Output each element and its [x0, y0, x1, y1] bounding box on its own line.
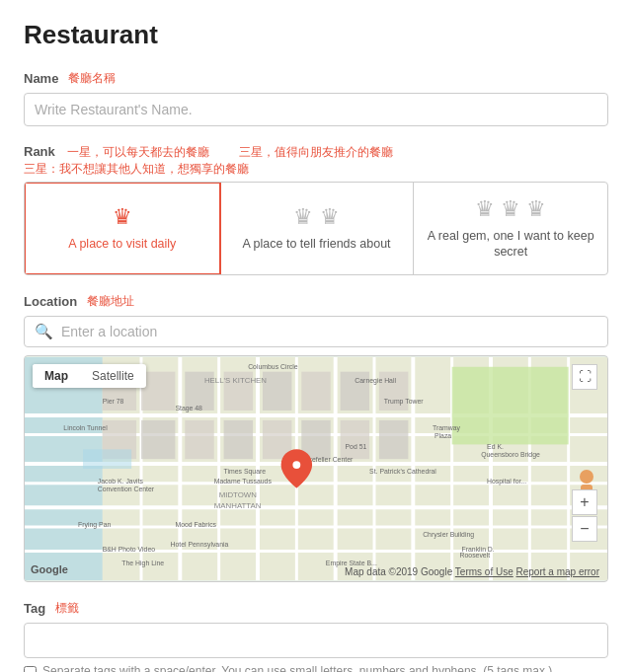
- fullscreen-button[interactable]: ⛶: [572, 364, 597, 390]
- svg-text:HELL'S KITCHEN: HELL'S KITCHEN: [204, 376, 267, 385]
- crown-icon-1: ♛: [113, 204, 132, 230]
- location-search-bar: 🔍: [24, 316, 608, 347]
- map-tab-map[interactable]: Map: [33, 364, 80, 388]
- tag-hint: Separate tags with a space/enter. You ca…: [24, 664, 608, 673]
- zoom-controls: + −: [572, 489, 597, 542]
- map-svg: HELL'S KITCHEN MIDTOWN MANHATTAN Lincoln…: [25, 356, 607, 581]
- location-input[interactable]: [61, 324, 597, 339]
- svg-text:Tramway: Tramway: [433, 423, 461, 431]
- svg-text:Frying Pan: Frying Pan: [78, 521, 111, 529]
- crown-icon-2: ♛ ♛: [293, 204, 339, 230]
- name-section: Name 餐廳名稱: [24, 70, 608, 126]
- tag-checkbox[interactable]: [24, 666, 37, 673]
- svg-rect-37: [379, 419, 409, 458]
- svg-rect-26: [263, 371, 291, 410]
- tag-input-container[interactable]: [24, 623, 608, 658]
- svg-rect-21: [452, 366, 569, 444]
- restaurant-name-input[interactable]: [24, 93, 608, 126]
- svg-text:Jacob K. Javits: Jacob K. Javits: [98, 477, 144, 484]
- rank-annotation-3: 三星：我不想讓其他人知道，想獨享的餐廳: [24, 161, 249, 178]
- svg-text:Madame Tussauds: Madame Tussauds: [214, 477, 273, 484]
- svg-text:Plaza: Plaza: [434, 431, 451, 438]
- rank-card-1[interactable]: ♛ A place to visit daily: [24, 182, 221, 275]
- tag-section: Tag 標籤 Separate tags with a space/enter.…: [24, 600, 608, 673]
- name-label: Name 餐廳名稱: [24, 70, 608, 87]
- location-annotation: 餐廳地址: [87, 293, 134, 310]
- svg-text:MANHATTAN: MANHATTAN: [214, 501, 262, 510]
- svg-text:Pier 78: Pier 78: [103, 398, 124, 405]
- rank-label: Rank: [24, 144, 55, 159]
- rank-card-1-label: A place to visit daily: [68, 236, 176, 252]
- rank-card-group: ♛ A place to visit daily ♛ ♛ A place to …: [24, 182, 608, 275]
- svg-text:Hotel Pennsylvania: Hotel Pennsylvania: [171, 540, 229, 548]
- svg-text:The High Line: The High Line: [121, 560, 164, 567]
- map-tab-satellite[interactable]: Satellite: [80, 364, 146, 388]
- rank-annotation-1: 一星，可以每天都去的餐廳: [67, 144, 209, 161]
- map-attribution: Map data ©2019 Google Terms of Use Repor…: [345, 566, 599, 577]
- rank-card-3-label: A real gem, one I want to keep secret: [424, 228, 597, 261]
- svg-text:Carnegie Hall: Carnegie Hall: [355, 377, 396, 385]
- svg-point-71: [580, 470, 593, 484]
- location-section: Location 餐廳地址 🔍: [24, 293, 608, 582]
- svg-text:Mood Fabrics: Mood Fabrics: [175, 521, 216, 528]
- map-tabs: Map Satellite: [33, 364, 146, 388]
- rank-card-2-label: A place to tell friends about: [242, 236, 390, 252]
- svg-text:St. Patrick's Cathedral: St. Patrick's Cathedral: [369, 467, 436, 474]
- rank-annotation-2: 三星，值得向朋友推介的餐廳: [239, 144, 393, 161]
- svg-rect-23: [141, 371, 175, 410]
- svg-rect-36: [341, 419, 370, 458]
- svg-text:Times Square: Times Square: [224, 467, 267, 475]
- svg-text:Hospital for...: Hospital for...: [487, 477, 526, 485]
- svg-text:Queensboro Bridge: Queensboro Bridge: [481, 451, 540, 459]
- map-container: HELL'S KITCHEN MIDTOWN MANHATTAN Lincoln…: [24, 355, 608, 582]
- terms-of-use-link[interactable]: Terms of Use: [455, 566, 514, 577]
- svg-rect-32: [185, 419, 214, 458]
- zoom-out-button[interactable]: −: [572, 516, 597, 542]
- svg-rect-33: [224, 419, 253, 458]
- svg-text:Trump Tower: Trump Tower: [384, 398, 424, 406]
- svg-text:B&H Photo Video: B&H Photo Video: [103, 545, 156, 552]
- tag-label: Tag 標籤: [24, 600, 608, 617]
- svg-text:Lincoln Tunnel: Lincoln Tunnel: [63, 423, 108, 430]
- svg-text:Chrysler Building: Chrysler Building: [423, 530, 474, 538]
- svg-rect-38: [83, 449, 131, 469]
- location-label: Location 餐廳地址: [24, 293, 608, 310]
- rank-section: Rank 一星，可以每天都去的餐廳 三星，值得向朋友推介的餐廳 三星：我不想讓其…: [24, 144, 608, 275]
- name-annotation: 餐廳名稱: [68, 70, 116, 87]
- svg-text:Pod 51: Pod 51: [346, 443, 367, 450]
- svg-text:Convention Center: Convention Center: [98, 485, 155, 491]
- svg-text:Roosevelt: Roosevelt: [460, 552, 491, 559]
- svg-text:Columbus Circle: Columbus Circle: [248, 362, 298, 369]
- search-icon: 🔍: [35, 323, 53, 340]
- svg-point-70: [292, 461, 300, 469]
- rank-card-3[interactable]: ♛ ♛ ♛ A real gem, one I want to keep sec…: [414, 183, 607, 274]
- svg-text:MIDTOWN: MIDTOWN: [219, 490, 258, 499]
- page-title: Restaurant: [24, 20, 608, 50]
- svg-text:Ed K.: Ed K.: [487, 443, 504, 450]
- report-map-error-link[interactable]: Report a map error: [516, 566, 599, 577]
- zoom-in-button[interactable]: +: [572, 489, 597, 515]
- svg-text:Stage 48: Stage 48: [175, 405, 202, 412]
- google-logo: Google: [31, 563, 68, 575]
- svg-rect-31: [141, 419, 175, 458]
- tag-annotation: 標籤: [55, 600, 79, 617]
- fullscreen-icon: ⛶: [579, 369, 592, 384]
- crown-icon-3: ♛ ♛ ♛: [475, 196, 546, 222]
- svg-rect-27: [301, 371, 331, 410]
- rank-card-2[interactable]: ♛ ♛ A place to tell friends about: [220, 183, 415, 274]
